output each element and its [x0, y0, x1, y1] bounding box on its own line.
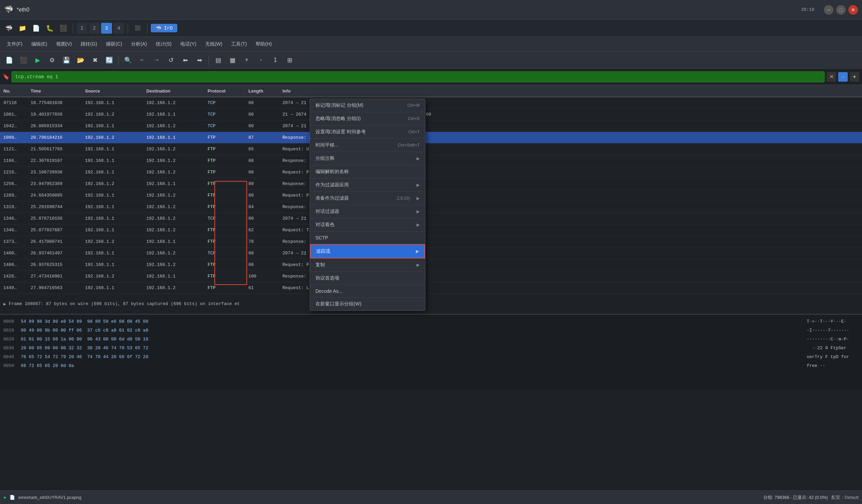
ctx-colorize[interactable]: 对话着色 ▶ — [310, 218, 425, 231]
menu-tools[interactable]: 工具(T) — [227, 39, 251, 49]
table-row[interactable]: 1001… 19.401977656 192.168.1.2 192.168.1… — [0, 109, 862, 120]
cell-proto: TCP — [206, 100, 246, 105]
menu-edit[interactable]: 编辑(E) — [27, 39, 51, 49]
active-tab[interactable]: 🦈 IrO — [151, 24, 177, 32]
table-row[interactable]: 1400… 26.937625315 192.168.1.1 192.168.1… — [0, 259, 862, 271]
status-config: 配置：Default — [831, 494, 859, 501]
ctx-follow-stream[interactable]: 追踪流 ▶ — [310, 244, 425, 258]
col-header-info: Info — [280, 89, 861, 94]
table-row[interactable]: 1319… 25.291698744 192.168.1.1 192.168.1… — [0, 201, 862, 213]
ctx-edit-resolved[interactable]: 编辑解析的名称 — [310, 165, 425, 178]
toolbar-open-btn[interactable]: 📂 — [74, 54, 87, 67]
cell-time: 19.401977656 — [29, 112, 83, 117]
cell-no: 1166… — [1, 158, 29, 163]
workspace-3[interactable]: 3 — [101, 23, 112, 34]
ctx-conversation-filter-label: 对话过滤器 — [315, 209, 339, 215]
toolbar-columns-btn[interactable]: ▤ — [212, 54, 225, 67]
taskbar-bug-icon[interactable]: 🐛 — [43, 22, 56, 34]
table-row[interactable]: 97116 18.775401638 192.168.1.1 192.168.1… — [0, 97, 862, 109]
cell-src: 192.168.1.2 — [83, 239, 144, 244]
table-row[interactable]: 1166… 22.307619107 192.168.1.1 192.168.1… — [0, 155, 862, 167]
ctx-show-in-new-window[interactable]: 在新窗口显示分组(W) — [310, 297, 425, 310]
minimize-button[interactable]: ─ — [824, 5, 833, 15]
system-time: 20:18 — [801, 7, 814, 12]
menu-help[interactable]: 帮助(H) — [251, 39, 276, 49]
toolbar-layout2-btn[interactable]: ⊞ — [283, 54, 296, 67]
ctx-sctp[interactable]: SCTP — [310, 231, 425, 244]
table-row-selected[interactable]: 1080… 20.796184216 192.168.1.2 192.168.1… — [0, 132, 862, 144]
table-row[interactable]: 1121… 21.505617765 192.168.1.1 192.168.1… — [0, 144, 862, 155]
toolbar-save-btn[interactable]: 💾 — [60, 54, 73, 67]
filter-clear-button[interactable]: ✕ — [827, 72, 836, 82]
cell-len: 60 — [246, 251, 280, 256]
toolbar-back-btn[interactable]: ← — [136, 54, 149, 67]
toolbar-next-btn[interactable]: ➡ — [193, 54, 206, 67]
filter-add-button[interactable]: + — [850, 72, 859, 82]
toolbar-zoom-reset-btn[interactable]: 1 — [269, 54, 282, 67]
menu-telephony[interactable]: 电话(Y) — [176, 39, 200, 49]
hex-addr-3: 0030 — [3, 344, 14, 353]
ctx-decode-as[interactable]: Decode As... — [310, 285, 425, 297]
title-bar-left: 🦈 *eth0 — [4, 5, 29, 14]
taskbar-folder-icon[interactable]: 📁 — [16, 22, 29, 34]
table-row[interactable]: 1289… 24.664350095 192.168.1.1 192.168.1… — [0, 190, 862, 201]
menu-statistics[interactable]: 统计(S) — [152, 39, 176, 49]
table-row[interactable]: 1346… 25.877037687 192.168.1.1 192.168.1… — [0, 224, 862, 236]
taskbar-terminal-icon[interactable]: ⬛ — [57, 22, 69, 34]
toolbar-forward-btn[interactable]: → — [150, 54, 163, 67]
ctx-copy[interactable]: 复制 ▶ — [310, 258, 425, 272]
detail-arrow[interactable]: ▶ — [3, 301, 6, 307]
table-row[interactable]: 1256… 23.947952389 192.168.1.2 192.168.1… — [0, 178, 862, 190]
workspace-1[interactable]: 1 — [77, 23, 88, 34]
menu-wireless[interactable]: 无线(W) — [201, 39, 227, 49]
table-row[interactable]: 1400… 26.937461497 192.168.1.1 192.168.1… — [0, 248, 862, 259]
filter-input[interactable] — [12, 71, 825, 82]
table-row[interactable]: 1426… 27.473410961 192.168.1.2 192.168.1… — [0, 271, 862, 282]
ctx-time-ref[interactable]: 设置/取消设置 时间参考 Ctrl+T — [310, 125, 425, 139]
toolbar-stop-btn[interactable]: ⬛ — [17, 54, 30, 67]
toolbar-refresh-btn[interactable]: ↺ — [165, 54, 177, 67]
toolbar-start-btn[interactable]: ▶ — [31, 54, 44, 67]
toolbar-zoom-out-btn[interactable]: - — [254, 54, 267, 67]
taskbar-separator-2 — [128, 23, 128, 33]
filter-apply-button[interactable]: → — [838, 72, 848, 82]
ctx-ignore-packet[interactable]: 忽略/取消忽略 分组(I) Ctrl+D — [310, 112, 425, 125]
table-row[interactable]: 1216… 23.108739936 192.168.1.1 192.168.1… — [0, 167, 862, 178]
ctx-packet-comment[interactable]: 分组注释 ▶ — [310, 152, 425, 165]
toolbar-zoom-in-btn[interactable]: + — [240, 54, 253, 67]
table-row[interactable]: 1373… 26.417000741 192.168.1.2 192.168.1… — [0, 236, 862, 248]
menu-analyze[interactable]: 分析(A) — [127, 39, 151, 49]
col-header-proto: Protocol — [206, 89, 246, 94]
cell-len: 60 — [246, 123, 280, 129]
menu-file[interactable]: 文件(F) — [3, 39, 27, 49]
menu-capture[interactable]: 捕获(C) — [102, 39, 126, 49]
close-button[interactable]: ✕ — [848, 5, 858, 15]
menu-view[interactable]: 视图(V) — [52, 39, 76, 49]
ctx-mark-packet[interactable]: 标记/取消标记 分组(M) Ctrl+M — [310, 99, 425, 112]
cell-len: 65 — [246, 147, 280, 152]
taskbar-app-icon[interactable]: 🦈 — [3, 22, 15, 34]
workspace-2[interactable]: 2 — [89, 23, 100, 34]
toolbar-prefs-btn[interactable]: ⚙ — [45, 54, 58, 67]
taskbar-files-icon[interactable]: 📄 — [30, 22, 42, 34]
table-row[interactable]: 1449… 27.964716563 192.168.1.1 192.168.1… — [0, 282, 862, 294]
toolbar-prev-btn[interactable]: ⬅ — [179, 54, 192, 67]
toolbar-reload-btn[interactable]: 🔄 — [103, 54, 116, 67]
taskbar-terminal2-icon[interactable]: ⬛ — [131, 22, 144, 34]
workspace-4[interactable]: 4 — [113, 23, 124, 34]
ctx-prepare-filter[interactable]: 准备作为过滤器 ,2,8,10) ▶ — [310, 192, 425, 205]
table-row[interactable]: 1042… 20.005915334 192.168.1.1 192.168.1… — [0, 120, 862, 132]
toolbar-close-btn[interactable]: ✖ — [89, 54, 101, 67]
ctx-apply-filter[interactable]: 作为过滤器应用 ▶ — [310, 178, 425, 192]
ctx-proto-prefs[interactable]: 协议首选项 — [310, 272, 425, 285]
toolbar-new-btn[interactable]: 📄 — [3, 54, 16, 67]
ctx-time-shift[interactable]: 时间平移... Ctrl+Shift+T — [310, 139, 425, 152]
toolbar-layout-btn[interactable]: ▦ — [226, 54, 239, 67]
ctx-conversation-filter[interactable]: 对话过滤器 ▶ — [310, 205, 425, 218]
cell-no: 1216… — [1, 170, 29, 175]
maximize-button[interactable]: □ — [836, 5, 846, 15]
menu-goto[interactable]: 跳转(G) — [77, 39, 101, 49]
cell-no: 1400… — [1, 251, 29, 256]
toolbar-search-btn[interactable]: 🔍 — [121, 54, 134, 67]
table-row[interactable]: 1346… 25.876710156 192.168.1.1 192.168.1… — [0, 213, 862, 224]
